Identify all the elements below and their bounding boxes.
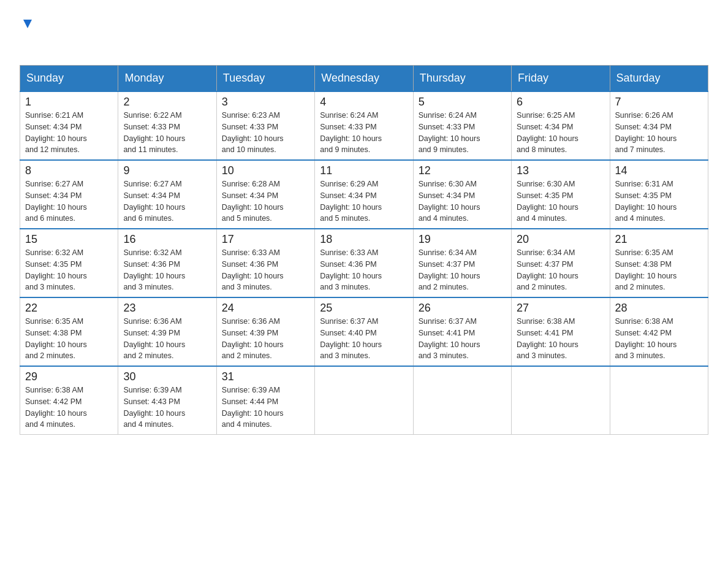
day-info: Sunrise: 6:26 AMSunset: 4:34 PMDaylight:… [615, 110, 703, 156]
day-number: 7 [615, 96, 703, 109]
day-info: Sunrise: 6:29 AMSunset: 4:34 PMDaylight:… [320, 178, 408, 224]
col-header-saturday: Saturday [610, 66, 708, 92]
calendar-cell: 12 Sunrise: 6:30 AMSunset: 4:34 PMDaylig… [413, 160, 511, 229]
calendar-cell: 24 Sunrise: 6:36 AMSunset: 4:39 PMDaylig… [216, 297, 314, 366]
day-info: Sunrise: 6:31 AMSunset: 4:35 PMDaylight:… [615, 178, 703, 224]
day-info: Sunrise: 6:22 AMSunset: 4:33 PMDaylight:… [123, 110, 211, 156]
day-number: 11 [320, 164, 408, 177]
day-info: Sunrise: 6:37 AMSunset: 4:40 PMDaylight:… [320, 316, 408, 362]
day-number: 22 [25, 302, 113, 315]
logo-arrow-icon [21, 17, 34, 31]
day-info: Sunrise: 6:39 AMSunset: 4:44 PMDaylight:… [222, 385, 309, 431]
calendar-cell: 26 Sunrise: 6:37 AMSunset: 4:41 PMDaylig… [413, 297, 511, 366]
calendar-cell: 10 Sunrise: 6:28 AMSunset: 4:34 PMDaylig… [216, 160, 314, 229]
calendar-cell: 23 Sunrise: 6:36 AMSunset: 4:39 PMDaylig… [118, 297, 216, 366]
day-number: 18 [320, 233, 408, 246]
day-info: Sunrise: 6:24 AMSunset: 4:33 PMDaylight:… [419, 110, 506, 156]
week-row-2: 8 Sunrise: 6:27 AMSunset: 4:34 PMDayligh… [20, 160, 708, 229]
day-number: 10 [222, 164, 309, 177]
day-info: Sunrise: 6:36 AMSunset: 4:39 PMDaylight:… [222, 316, 309, 362]
day-info: Sunrise: 6:34 AMSunset: 4:37 PMDaylight:… [419, 247, 506, 293]
day-number: 20 [517, 233, 604, 246]
calendar-header-row: SundayMondayTuesdayWednesdayThursdayFrid… [20, 66, 708, 92]
calendar-cell [315, 366, 413, 435]
day-info: Sunrise: 6:39 AMSunset: 4:43 PMDaylight:… [123, 385, 211, 431]
calendar-cell: 30 Sunrise: 6:39 AMSunset: 4:43 PMDaylig… [118, 366, 216, 435]
calendar-cell [610, 366, 708, 435]
day-info: Sunrise: 6:21 AMSunset: 4:34 PMDaylight:… [25, 110, 113, 156]
calendar-cell: 21 Sunrise: 6:35 AMSunset: 4:38 PMDaylig… [610, 229, 708, 297]
day-number: 27 [517, 302, 604, 315]
day-number: 30 [123, 370, 211, 383]
calendar-cell [413, 366, 511, 435]
day-info: Sunrise: 6:27 AMSunset: 4:34 PMDaylight:… [25, 178, 113, 224]
day-info: Sunrise: 6:33 AMSunset: 4:36 PMDaylight:… [320, 247, 408, 293]
day-info: Sunrise: 6:34 AMSunset: 4:37 PMDaylight:… [517, 247, 604, 293]
col-header-sunday: Sunday [20, 66, 118, 92]
day-number: 23 [123, 302, 211, 315]
calendar-cell: 7 Sunrise: 6:26 AMSunset: 4:34 PMDayligh… [610, 91, 708, 160]
calendar-cell: 11 Sunrise: 6:29 AMSunset: 4:34 PMDaylig… [315, 160, 413, 229]
day-number: 21 [615, 233, 703, 246]
calendar-cell: 28 Sunrise: 6:38 AMSunset: 4:42 PMDaylig… [610, 297, 708, 366]
day-number: 31 [222, 370, 309, 383]
logo [20, 15, 34, 50]
day-number: 16 [123, 233, 211, 246]
day-info: Sunrise: 6:27 AMSunset: 4:34 PMDaylight:… [123, 178, 211, 224]
week-row-3: 15 Sunrise: 6:32 AMSunset: 4:35 PMDaylig… [20, 229, 708, 297]
day-info: Sunrise: 6:32 AMSunset: 4:35 PMDaylight:… [25, 247, 113, 293]
calendar-cell: 16 Sunrise: 6:32 AMSunset: 4:36 PMDaylig… [118, 229, 216, 297]
calendar-cell: 2 Sunrise: 6:22 AMSunset: 4:33 PMDayligh… [118, 91, 216, 160]
calendar-cell: 27 Sunrise: 6:38 AMSunset: 4:41 PMDaylig… [512, 297, 610, 366]
day-info: Sunrise: 6:38 AMSunset: 4:41 PMDaylight:… [517, 316, 604, 362]
calendar-cell: 1 Sunrise: 6:21 AMSunset: 4:34 PMDayligh… [20, 91, 118, 160]
day-info: Sunrise: 6:30 AMSunset: 4:35 PMDaylight:… [517, 178, 604, 224]
col-header-thursday: Thursday [413, 66, 511, 92]
day-info: Sunrise: 6:32 AMSunset: 4:36 PMDaylight:… [123, 247, 211, 293]
page-header [20, 15, 708, 50]
day-number: 28 [615, 302, 703, 315]
day-number: 6 [517, 96, 604, 109]
week-row-1: 1 Sunrise: 6:21 AMSunset: 4:34 PMDayligh… [20, 91, 708, 160]
calendar-cell: 31 Sunrise: 6:39 AMSunset: 4:44 PMDaylig… [216, 366, 314, 435]
col-header-monday: Monday [118, 66, 216, 92]
day-number: 19 [419, 233, 506, 246]
svg-marker-0 [23, 20, 32, 28]
day-info: Sunrise: 6:38 AMSunset: 4:42 PMDaylight:… [25, 385, 113, 431]
day-info: Sunrise: 6:37 AMSunset: 4:41 PMDaylight:… [419, 316, 506, 362]
calendar-cell: 8 Sunrise: 6:27 AMSunset: 4:34 PMDayligh… [20, 160, 118, 229]
calendar-cell: 14 Sunrise: 6:31 AMSunset: 4:35 PMDaylig… [610, 160, 708, 229]
day-number: 5 [419, 96, 506, 109]
day-info: Sunrise: 6:30 AMSunset: 4:34 PMDaylight:… [419, 178, 506, 224]
calendar-cell: 9 Sunrise: 6:27 AMSunset: 4:34 PMDayligh… [118, 160, 216, 229]
calendar-cell: 6 Sunrise: 6:25 AMSunset: 4:34 PMDayligh… [512, 91, 610, 160]
day-info: Sunrise: 6:36 AMSunset: 4:39 PMDaylight:… [123, 316, 211, 362]
calendar-cell: 29 Sunrise: 6:38 AMSunset: 4:42 PMDaylig… [20, 366, 118, 435]
col-header-friday: Friday [512, 66, 610, 92]
day-info: Sunrise: 6:24 AMSunset: 4:33 PMDaylight:… [320, 110, 408, 156]
day-info: Sunrise: 6:35 AMSunset: 4:38 PMDaylight:… [615, 247, 703, 293]
calendar-cell: 4 Sunrise: 6:24 AMSunset: 4:33 PMDayligh… [315, 91, 413, 160]
day-info: Sunrise: 6:25 AMSunset: 4:34 PMDaylight:… [517, 110, 604, 156]
week-row-5: 29 Sunrise: 6:38 AMSunset: 4:42 PMDaylig… [20, 366, 708, 435]
calendar-cell: 5 Sunrise: 6:24 AMSunset: 4:33 PMDayligh… [413, 91, 511, 160]
day-number: 2 [123, 96, 211, 109]
calendar-cell: 13 Sunrise: 6:30 AMSunset: 4:35 PMDaylig… [512, 160, 610, 229]
day-number: 15 [25, 233, 113, 246]
day-info: Sunrise: 6:28 AMSunset: 4:34 PMDaylight:… [222, 178, 309, 224]
day-number: 26 [419, 302, 506, 315]
calendar-cell: 15 Sunrise: 6:32 AMSunset: 4:35 PMDaylig… [20, 229, 118, 297]
day-number: 1 [25, 96, 113, 109]
day-number: 9 [123, 164, 211, 177]
col-header-wednesday: Wednesday [315, 66, 413, 92]
day-number: 3 [222, 96, 309, 109]
calendar-cell [512, 366, 610, 435]
day-number: 24 [222, 302, 309, 315]
day-info: Sunrise: 6:33 AMSunset: 4:36 PMDaylight:… [222, 247, 309, 293]
day-number: 29 [25, 370, 113, 383]
calendar-table: SundayMondayTuesdayWednesdayThursdayFrid… [20, 65, 708, 435]
week-row-4: 22 Sunrise: 6:35 AMSunset: 4:38 PMDaylig… [20, 297, 708, 366]
day-number: 4 [320, 96, 408, 109]
day-number: 13 [517, 164, 604, 177]
calendar-cell: 25 Sunrise: 6:37 AMSunset: 4:40 PMDaylig… [315, 297, 413, 366]
